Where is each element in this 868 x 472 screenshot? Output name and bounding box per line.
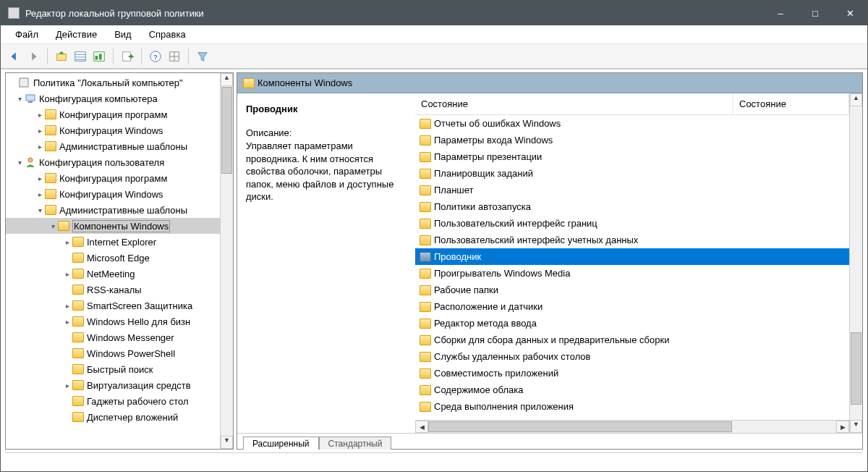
list-item[interactable]: Пользовательский интерфейс учетных данны…	[415, 232, 849, 248]
tree-edge[interactable]: Microsoft Edge	[6, 250, 220, 266]
menu-view[interactable]: Вид	[106, 26, 140, 43]
expander-icon[interactable]: ▸	[62, 302, 72, 310]
tree-quicksearch[interactable]: Быстрый поиск	[6, 361, 220, 377]
tab-standard[interactable]: Стандартный	[319, 437, 392, 450]
toolbar-details-button[interactable]	[91, 49, 107, 64]
folder-icon	[72, 412, 84, 422]
folder-icon	[420, 135, 431, 146]
toolbar-filter-button[interactable]	[195, 49, 210, 64]
nav-back-button[interactable]	[7, 49, 22, 64]
list-item[interactable]: Службы удаленных рабочих столов	[415, 348, 849, 365]
list-item[interactable]: Совместимость приложений	[415, 365, 849, 382]
toolbar-list-button[interactable]	[72, 49, 88, 64]
list-item[interactable]: Проигрыватель Windows Media	[415, 265, 849, 282]
list-item[interactable]: Отчеты об ошибках Windows	[415, 115, 849, 132]
tree-user-admin[interactable]: ▾Административные шаблоны	[6, 202, 220, 218]
expander-icon[interactable]: ▾	[35, 206, 45, 214]
list-item[interactable]: Рабочие папки	[415, 282, 849, 298]
menu-file[interactable]: Файл	[7, 26, 47, 43]
scroll-left-arrow[interactable]: ◀	[415, 421, 428, 433]
tree-computer-config[interactable]: ▾Конфигурация компьютера	[6, 90, 220, 106]
scroll-right-arrow[interactable]: ▶	[836, 421, 849, 433]
list-body[interactable]: Отчеты об ошибках WindowsПараметры входа…	[415, 115, 849, 420]
tree-pane: Политика "Локальный компьютер" ▾Конфигур…	[5, 72, 234, 450]
list-vertical-scrollbar[interactable]: ▲ ▼	[849, 93, 862, 433]
tree-user-windows[interactable]: ▸Конфигурация Windows	[6, 186, 220, 202]
column-header-state[interactable]: Состояние	[415, 94, 733, 114]
toolbar-up-button[interactable]	[54, 49, 69, 64]
list-item[interactable]: Политики автозапуска	[415, 198, 849, 215]
menu-action[interactable]: Действие	[47, 26, 106, 43]
expander-icon[interactable]: ▸	[35, 143, 45, 151]
nav-forward-button[interactable]	[25, 49, 41, 64]
toolbar-help-button[interactable]: ?	[148, 49, 163, 64]
expander-icon[interactable]: ▸	[35, 111, 45, 119]
list-item-label: Параметры презентации	[434, 151, 542, 162]
tree-gadgets[interactable]: Гаджеты рабочего стол	[6, 393, 220, 409]
tree-vertical-scrollbar[interactable]: ▲ ▼	[220, 73, 233, 449]
tree-root[interactable]: Политика "Локальный компьютер"	[6, 75, 220, 90]
tree-virt[interactable]: ▸Виртуализация средств	[6, 377, 220, 393]
scroll-thumb[interactable]	[221, 87, 232, 174]
list-item[interactable]: Планшет	[415, 182, 849, 198]
tree-ie[interactable]: ▸Internet Explorer	[6, 234, 220, 250]
scroll-track[interactable]	[428, 421, 836, 433]
tree-scroll[interactable]: Политика "Локальный компьютер" ▾Конфигур…	[6, 73, 220, 449]
expander-icon[interactable]: ▾	[14, 95, 25, 103]
scroll-down-arrow[interactable]: ▼	[850, 420, 862, 433]
list-item[interactable]: Планировщик заданий	[415, 165, 849, 182]
expander-icon[interactable]: ▸	[62, 238, 72, 246]
list-item[interactable]: Сборки для сбора данных и предварительны…	[415, 332, 849, 348]
scroll-thumb[interactable]	[428, 421, 732, 432]
tree-comp-admin[interactable]: ▸Административные шаблоны	[6, 138, 220, 154]
list-item[interactable]: Проводник	[415, 248, 849, 265]
tree-rss[interactable]: RSS-каналы	[6, 282, 220, 298]
tree-comp-windows[interactable]: ▸Конфигурация Windows	[6, 122, 220, 138]
menu-help[interactable]: Справка	[140, 26, 195, 43]
maximize-button[interactable]: □	[798, 1, 833, 25]
column-header-state2[interactable]: Состояние	[733, 94, 849, 114]
list-item[interactable]: Расположение и датчики	[415, 298, 849, 315]
list-item[interactable]: Параметры входа Windows	[415, 132, 849, 148]
scroll-down-arrow[interactable]: ▼	[221, 436, 233, 449]
toolbar-export-button[interactable]	[119, 49, 135, 64]
scroll-thumb[interactable]	[851, 332, 861, 405]
expander-icon[interactable]: ▸	[62, 318, 72, 326]
scroll-track[interactable]	[850, 405, 862, 420]
toolbar-grid-button[interactable]	[166, 49, 182, 64]
folder-icon	[45, 125, 56, 135]
expander-icon[interactable]: ▸	[62, 382, 72, 389]
expander-icon[interactable]: ▾	[48, 222, 58, 230]
tree-messenger[interactable]: Windows Messenger	[6, 329, 220, 345]
tree-netmeeting[interactable]: ▸NetMeeting	[6, 266, 220, 282]
list-item[interactable]: Редактор метода ввода	[415, 315, 849, 332]
close-button[interactable]: ✕	[833, 1, 867, 25]
tree-windows-components[interactable]: ▾Компоненты Windows	[6, 218, 220, 234]
scroll-track[interactable]	[221, 174, 233, 436]
tree-powershell[interactable]: Windows PowerShell	[6, 345, 220, 361]
list-horizontal-scrollbar[interactable]: ◀ ▶	[415, 420, 849, 433]
svg-rect-15	[26, 95, 35, 101]
expander-icon[interactable]: ▸	[35, 174, 45, 182]
scroll-track[interactable]	[850, 106, 862, 332]
scroll-up-arrow[interactable]: ▲	[850, 93, 862, 106]
expander-icon[interactable]: ▾	[14, 159, 25, 167]
content-area: Политика "Локальный компьютер" ▾Конфигур…	[1, 69, 867, 452]
list-item[interactable]: Содержимое облака	[415, 382, 849, 398]
expander-icon[interactable]: ▸	[62, 270, 72, 278]
tree-dispatcher[interactable]: Диспетчер вложений	[6, 409, 220, 425]
tree-smartscreen[interactable]: ▸SmartScreen Защитника	[6, 298, 220, 313]
scroll-up-arrow[interactable]: ▲	[221, 73, 233, 86]
tree-comp-software[interactable]: ▸Конфигурация программ	[6, 106, 220, 122]
list-item[interactable]: Параметры презентации	[415, 148, 849, 165]
tree-user-config[interactable]: ▾Конфигурация пользователя	[6, 154, 220, 170]
tab-extended[interactable]: Расширенный	[243, 437, 319, 450]
list-item[interactable]: Среда выполнения приложения	[415, 398, 849, 415]
tree-hello[interactable]: ▸Windows Hello для бизн	[6, 313, 220, 329]
expander-icon[interactable]: ▸	[35, 190, 45, 198]
minimize-button[interactable]: –	[763, 1, 798, 25]
list-item[interactable]: Пользовательский интерфейс границ	[415, 215, 849, 232]
expander-icon[interactable]: ▸	[35, 127, 45, 135]
folder-icon	[243, 78, 255, 88]
tree-user-software[interactable]: ▸Конфигурация программ	[6, 170, 220, 186]
